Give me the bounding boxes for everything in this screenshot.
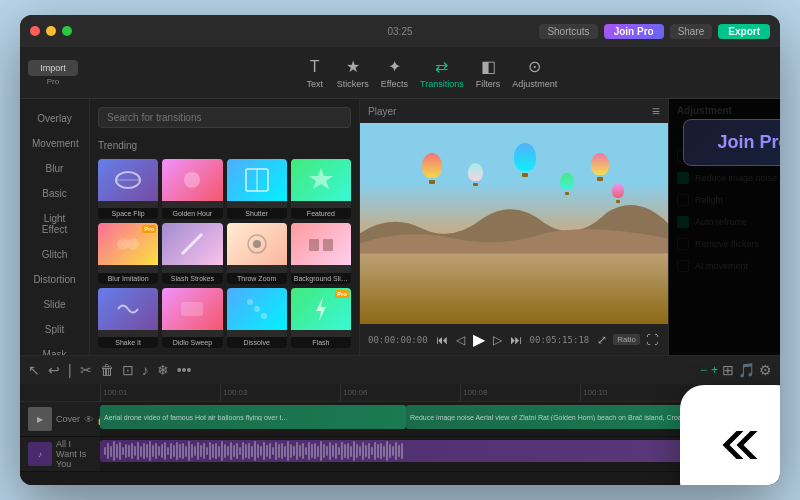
step-back-button[interactable]: ◁ xyxy=(454,331,467,349)
video-clip-1[interactable]: Aerial drone video of famous Hot air bal… xyxy=(100,405,406,429)
transition-item-slash[interactable]: Slash Strokes xyxy=(162,223,222,283)
audio-track-label: ♪ All I Want Is You xyxy=(20,437,100,471)
sidebar-item-overlay[interactable]: Overlay xyxy=(24,107,85,130)
title-bar: 03:25 Shortcuts Join Pro Share Export xyxy=(20,15,780,47)
transition-item-shutter[interactable]: Shutter xyxy=(227,159,287,219)
app-window: 03:25 Shortcuts Join Pro Share Export Im… xyxy=(20,15,780,485)
ruler-marks: 100:01 100:03 100:06 100:08 100:10 xyxy=(100,384,700,402)
svg-marker-5 xyxy=(309,168,333,189)
svg-rect-12 xyxy=(323,239,333,251)
transition-item-featured[interactable]: Featured xyxy=(291,159,351,219)
split-button[interactable]: | xyxy=(68,362,72,378)
step-forward-button[interactable]: ▷ xyxy=(491,331,504,349)
transition-item-dissolve[interactable]: Dissolve xyxy=(227,288,287,348)
zoom-fit-button[interactable]: ⤢ xyxy=(595,331,609,349)
player-controls: 00:00:00:00 ⏮ ◁ ▶ ▷ ⏭ 00:05:15:18 ⤢ Rati… xyxy=(360,324,668,355)
delete-button[interactable]: 🗑 xyxy=(100,362,114,378)
export-button[interactable]: Export xyxy=(718,24,770,39)
more-button[interactable]: ••• xyxy=(177,362,192,378)
settings-button[interactable]: ⚙ xyxy=(759,362,772,378)
transition-item-golden-hour[interactable]: Golden Hour xyxy=(162,159,222,219)
tool-filters[interactable]: ◧ Filters xyxy=(476,57,501,89)
sidebar-item-basic[interactable]: Basic xyxy=(24,182,85,205)
audio-toggle-button[interactable]: 🎵 xyxy=(738,362,755,378)
audio-track-row: ♪ All I Want Is You xyxy=(20,437,780,472)
traffic-lights xyxy=(30,26,72,36)
svg-point-14 xyxy=(247,299,253,305)
share-button[interactable]: Share xyxy=(670,24,713,39)
player-menu-icon[interactable]: ≡ xyxy=(652,103,660,119)
transition-item-throw-zoom[interactable]: Throw Zoom xyxy=(227,223,287,283)
transition-name: Blur Imitation xyxy=(98,273,158,284)
adjustment-label: Adjustment xyxy=(512,79,557,89)
play-button[interactable]: ▶ xyxy=(471,328,487,351)
freeze-frame-button[interactable]: ❄ xyxy=(157,362,169,378)
shortcuts-button[interactable]: Shortcuts xyxy=(539,24,597,39)
transition-name: Golden Hour xyxy=(162,208,222,219)
effects-label: Effects xyxy=(381,79,408,89)
svg-point-15 xyxy=(254,306,260,312)
tool-effects[interactable]: ✦ Effects xyxy=(381,57,408,89)
sidebar-item-slide[interactable]: Slide xyxy=(24,293,85,316)
zoom-out-button[interactable]: − xyxy=(700,363,707,377)
crop-button[interactable]: ⊡ xyxy=(122,362,134,378)
transitions-grid: Space Flip Golden Hour Shutter xyxy=(90,155,359,352)
player-label: Player xyxy=(368,106,396,117)
skip-back-button[interactable]: ⏮ xyxy=(434,331,450,349)
audio-track-label-text: All I Want Is You xyxy=(56,439,92,469)
sidebar-item-movement[interactable]: Movement xyxy=(24,132,85,155)
audio-waveform xyxy=(100,440,407,462)
transition-item-flash[interactable]: Flash Pro xyxy=(291,288,351,348)
detach-audio-button[interactable]: ♪ xyxy=(142,362,149,378)
tool-transitions[interactable]: ⇄ Transitions xyxy=(420,57,464,89)
filters-label: Filters xyxy=(476,79,501,89)
zoom-in-button[interactable]: + xyxy=(711,363,718,377)
sidebar-item-split[interactable]: Split xyxy=(24,318,85,341)
maximize-button[interactable] xyxy=(62,26,72,36)
transition-name: Didlo Sweep xyxy=(162,337,222,348)
transitions-search-input[interactable] xyxy=(98,107,351,128)
svg-point-2 xyxy=(184,172,200,188)
video-track-thumb: ▶ xyxy=(28,407,52,431)
tool-stickers[interactable]: ★ Stickers xyxy=(337,57,369,89)
transition-item-background-sliding[interactable]: Background Sliding xyxy=(291,223,351,283)
fit-timeline-button[interactable]: ⊞ xyxy=(722,362,734,378)
adjustment-panel: Adjustment Mask Retouch Enhance Image Pr… xyxy=(668,99,780,355)
transition-name: Slash Strokes xyxy=(162,273,222,284)
join-pro-overlay: Join Pro xyxy=(669,99,780,355)
trim-button[interactable]: ✂ xyxy=(80,362,92,378)
minimize-button[interactable] xyxy=(46,26,56,36)
track-eye-button[interactable]: 👁 xyxy=(84,414,94,425)
ruler-mark: 100:01 xyxy=(100,384,220,402)
sidebar-item-mask[interactable]: Mask xyxy=(24,343,85,355)
sidebar-item-blur[interactable]: Blur xyxy=(24,157,85,180)
transition-thumb xyxy=(291,223,351,265)
sidebar-item-distortion[interactable]: Distortion xyxy=(24,268,85,291)
video-track-label-text: Cover xyxy=(56,414,80,424)
join-pro-button[interactable]: Join Pro xyxy=(604,24,664,39)
transition-item-shake[interactable]: Shake It xyxy=(98,288,158,348)
svg-rect-13 xyxy=(181,302,203,316)
import-button[interactable]: Import xyxy=(28,60,78,76)
fullscreen-button[interactable]: ⛶ xyxy=(644,331,660,349)
transitions-icon: ⇄ xyxy=(432,57,452,77)
transition-item-blur-imitation[interactable]: Blur Imitation Pro xyxy=(98,223,158,283)
join-pro-card[interactable]: Join Pro xyxy=(683,119,780,166)
player-right-controls: ⤢ Ratio ⛶ xyxy=(595,331,660,349)
tool-adjustment[interactable]: ⊙ Adjustment xyxy=(512,57,557,89)
sidebar-item-glitch[interactable]: Glitch xyxy=(24,243,85,266)
audio-clip[interactable] xyxy=(100,440,780,462)
close-button[interactable] xyxy=(30,26,40,36)
pro-sub-label: Pro xyxy=(47,77,59,86)
transition-item-space-flip[interactable]: Space Flip xyxy=(98,159,158,219)
transition-thumb xyxy=(162,223,222,265)
skip-forward-button[interactable]: ⏭ xyxy=(508,331,524,349)
transition-item-didlo[interactable]: Didlo Sweep xyxy=(162,288,222,348)
import-group: Import Pro xyxy=(28,60,78,86)
tool-text[interactable]: T Text xyxy=(305,57,325,89)
cursor-tool-button[interactable]: ↖ xyxy=(28,362,40,378)
undo-button[interactable]: ↩ xyxy=(48,362,60,378)
transition-thumb xyxy=(291,159,351,201)
sidebar-item-light-effect[interactable]: Light Effect xyxy=(24,207,85,241)
ratio-badge[interactable]: Ratio xyxy=(613,334,640,345)
